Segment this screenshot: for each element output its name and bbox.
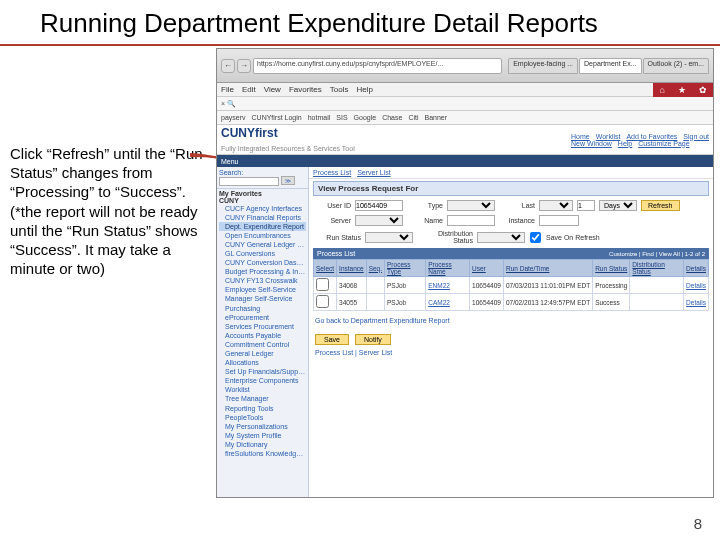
menu-help[interactable]: Help <box>356 85 372 94</box>
cell-select[interactable] <box>314 277 337 294</box>
col-header[interactable]: User <box>470 260 504 277</box>
process-list-controls[interactable]: Customize | Find | View All | 1-2 of 2 <box>609 251 705 257</box>
sidebar-item[interactable]: Worklist <box>219 385 306 394</box>
link-home[interactable]: Home <box>571 133 590 140</box>
sidebar-item[interactable]: Reporting Tools <box>219 404 306 413</box>
forward-button[interactable]: → <box>237 59 251 73</box>
input-instance[interactable] <box>539 215 579 226</box>
sidebar-item[interactable]: Manager Self-Service <box>219 294 306 303</box>
cell-details[interactable]: Details <box>684 277 709 294</box>
link-signout[interactable]: Sign out <box>683 133 709 140</box>
tab-dept-exp[interactable]: Department Ex... <box>579 58 642 74</box>
search-go-button[interactable]: ≫ <box>281 176 295 185</box>
sidebar-item-active[interactable]: Dept. Expenditure Report <box>219 222 306 231</box>
cell-seq <box>366 294 384 311</box>
sidebar-item[interactable]: My System Profile <box>219 431 306 440</box>
select-server[interactable] <box>355 215 403 226</box>
sidebar-item[interactable]: Purchasing <box>219 304 306 313</box>
link-addfav[interactable]: Add to Favorites <box>626 133 677 140</box>
sidebar-item[interactable]: fireSolutions Knowledge Center <box>219 449 306 458</box>
sidebar-item[interactable]: Commitment Control <box>219 340 306 349</box>
menu-edit[interactable]: Edit <box>242 85 256 94</box>
table-row: 34068PSJobENM221065440907/03/2013 11:01:… <box>314 277 709 294</box>
col-header[interactable]: Run Status <box>593 260 630 277</box>
gear-icon[interactable]: ✿ <box>699 85 707 95</box>
cell-pname[interactable]: CAM22 <box>426 294 470 311</box>
bottom-tabs[interactable]: Process List | Server List <box>309 349 713 356</box>
bm-google[interactable]: Google <box>354 114 377 121</box>
sidebar-item[interactable]: Open Encumbrances <box>219 231 306 240</box>
menu-tools[interactable]: Tools <box>330 85 349 94</box>
tab-process-list[interactable]: Process List <box>313 169 351 176</box>
save-button[interactable]: Save <box>315 334 349 345</box>
sidebar-item[interactable]: PeopleTools <box>219 413 306 422</box>
col-header[interactable]: Details <box>684 260 709 277</box>
sidebar-item[interactable]: GL Conversions <box>219 249 306 258</box>
sidebar-item[interactable]: Budget Processing & Interfaces <box>219 267 306 276</box>
sidebar-item[interactable]: My Personalizations <box>219 422 306 431</box>
notify-button[interactable]: Notify <box>355 334 391 345</box>
bm-sis[interactable]: SIS <box>336 114 347 121</box>
bm-banner[interactable]: Banner <box>425 114 448 121</box>
col-header[interactable]: Distribution Status <box>630 260 684 277</box>
tab-server-list[interactable]: Server List <box>357 169 390 176</box>
select-runstatus[interactable] <box>365 232 413 243</box>
sidebar-item[interactable]: CUNY Financial Reports <box>219 213 306 222</box>
sidebar-item[interactable]: Allocations <box>219 358 306 367</box>
sidebar-item[interactable]: CUNY General Ledger Reports <box>219 240 306 249</box>
sidebar-item[interactable]: Set Up Financials/Supply Chain <box>219 367 306 376</box>
home-icon[interactable]: ⌂ <box>659 85 664 95</box>
menu-file[interactable]: File <box>221 85 234 94</box>
col-header[interactable]: Seq. <box>366 260 384 277</box>
bm-payserv[interactable]: payserv <box>221 114 246 121</box>
menu-view[interactable]: View <box>264 85 281 94</box>
label-server: Server <box>315 217 351 224</box>
cell-details[interactable]: Details <box>684 294 709 311</box>
sidebar-item[interactable]: Tree Manager <box>219 394 306 403</box>
checkbox-save-on-refresh[interactable] <box>529 232 542 243</box>
bm-chase[interactable]: Chase <box>382 114 402 121</box>
menu-favorites[interactable]: Favorites <box>289 85 322 94</box>
url-bar[interactable]: https://home.cunyfirst.cuny.edu/psp/cnyf… <box>253 58 502 74</box>
cell-select[interactable] <box>314 294 337 311</box>
sidebar-item[interactable]: CUNY FY13 Crosswalk <box>219 276 306 285</box>
sidebar-item[interactable]: Enterprise Components <box>219 376 306 385</box>
back-link[interactable]: Go back to Department Expenditure Report <box>309 311 713 330</box>
select-last[interactable] <box>539 200 573 211</box>
input-last-n[interactable] <box>577 200 595 211</box>
cell-pname[interactable]: ENM22 <box>426 277 470 294</box>
process-list-table: SelectInstanceSeq.Process TypeProcess Na… <box>313 259 709 311</box>
bm-citi[interactable]: Citi <box>408 114 418 121</box>
link-newwin[interactable]: New Window <box>571 140 612 147</box>
link-worklist[interactable]: Worklist <box>596 133 621 140</box>
link-help[interactable]: Help <box>618 140 632 147</box>
refresh-button[interactable]: Refresh <box>641 200 680 211</box>
link-custom[interactable]: Customize Page <box>638 140 689 147</box>
select-diststatus[interactable] <box>477 232 525 243</box>
cell-user: 10654409 <box>470 294 504 311</box>
col-header[interactable]: Run Date/Time <box>503 260 592 277</box>
back-button[interactable]: ← <box>221 59 235 73</box>
sidebar-item[interactable]: Employee Self-Service <box>219 285 306 294</box>
bm-cunyfirst[interactable]: CUNYfirst Login <box>252 114 302 121</box>
input-name[interactable] <box>447 215 495 226</box>
sidebar-item[interactable]: Services Procurement <box>219 322 306 331</box>
col-header[interactable]: Process Name <box>426 260 470 277</box>
col-header[interactable]: Instance <box>337 260 367 277</box>
sidebar-item[interactable]: CUNY Conversion Dashboard <box>219 258 306 267</box>
select-type[interactable] <box>447 200 495 211</box>
input-userid[interactable] <box>355 200 403 211</box>
sidebar-item[interactable]: Accounts Payable <box>219 331 306 340</box>
tab-outlook[interactable]: Outlook (2) - em... <box>643 58 709 74</box>
col-header[interactable]: Select <box>314 260 337 277</box>
sidebar-item[interactable]: My Dictionary <box>219 440 306 449</box>
sidebar-item[interactable]: CUCF Agency Interfaces <box>219 204 306 213</box>
sidebar-item[interactable]: eProcurement <box>219 313 306 322</box>
favorite-icon[interactable]: ★ <box>678 85 686 95</box>
col-header[interactable]: Process Type <box>385 260 426 277</box>
select-last-unit[interactable]: Days <box>599 200 637 211</box>
tab-employee[interactable]: Employee-facing ... <box>508 58 578 74</box>
bm-hotmail[interactable]: hotmail <box>308 114 331 121</box>
sidebar-item[interactable]: General Ledger <box>219 349 306 358</box>
search-input[interactable] <box>219 177 279 186</box>
